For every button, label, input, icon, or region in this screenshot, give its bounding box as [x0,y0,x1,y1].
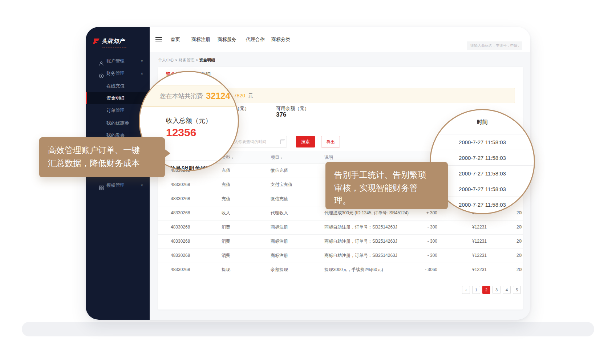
breadcrumb: 个人中心 > 财务管理 > 资金明细 [158,57,215,63]
calendar-icon[interactable] [280,139,285,144]
magnified-income-label: 收入总额（元） [166,116,212,125]
magnified-timestamp: 2000-7-27 11:58:03 [431,134,534,150]
search-button[interactable]: 搜索 [296,136,315,147]
nav-item-trademark-register[interactable]: 商标注册 [191,27,210,52]
sidebar-item-funds-detail[interactable]: 资金明细 [86,92,150,104]
callout-right: 告别手工统计、告别繁琐 审核，实现智能财务管 理。 [325,162,448,209]
magnified-consumption-banner: 您在本站共消费 32124 [139,85,239,107]
magnified-consumption-value: 32124 [206,91,230,101]
top-navbar: 首页 商标注册 商标服务 代理合作 商标分类 [150,27,530,52]
breadcrumb-personal-center[interactable]: 个人中心 [158,58,174,62]
sidebar-item-label: 账户管理 [106,55,125,67]
column-header-project[interactable]: 项目∨ [271,151,283,164]
pagination-page-1[interactable]: 1 [472,286,480,294]
logo-divider [102,47,126,48]
sidebar-item-label: 模板管理 [106,179,125,191]
nav-item-trademark-classes[interactable]: 商标分类 [271,27,290,52]
marketing-stage: 头牌知产 账户管理 ∨ 财务管理 ∧ 在 [0,0,616,364]
sidebar-item-templates[interactable]: 模板管理 ∨ [86,179,150,191]
chevron-down-icon: ∨ [141,179,143,191]
trademark-search-input[interactable] [467,41,522,50]
brand-logo: 头牌知产 [93,38,125,45]
sidebar-item-label: 财务管理 [106,67,125,80]
pagination-page-5[interactable]: 5 [513,286,521,294]
caret-down-icon: ∨ [231,156,234,159]
export-button[interactable]: 导出 [321,136,340,147]
nav-item-home[interactable]: 首页 [171,27,180,52]
consumption-amount: 7820 [234,93,245,98]
chevron-up-icon: ∧ [141,67,143,80]
sidebar-item-account[interactable]: 账户管理 ∨ [86,55,150,67]
available-balance-value: 376 [276,111,286,118]
nav-item-agency[interactable]: 代理合作 [246,27,265,52]
breadcrumb-current: 资金明细 [199,58,215,62]
pagination: ‹ 1 2 3 4 5 [158,286,521,294]
table-row: 48330268消费商标注册商标自助注册，订单号：SB2514263J- 300… [158,248,523,263]
callout-left: 高效管理账户订单、一键 汇总数据，降低财务成本 [39,137,165,177]
template-icon [99,183,104,195]
magnified-income-value: 12356 [166,126,196,139]
brand-flag-icon [93,39,100,44]
nav-item-trademark-services[interactable]: 商标服务 [218,27,236,52]
chevron-down-icon: ∨ [141,55,143,67]
pagination-prev-button[interactable]: ‹ [462,286,470,294]
sidebar-item-finance[interactable]: 财务管理 ∧ [86,67,150,80]
hamburger-icon[interactable] [155,37,162,43]
table-row: 48330268消费商标注册商标自助注册，订单号：SB2514263J- 300… [158,234,523,249]
pagination-page-3[interactable]: 3 [493,286,500,294]
pagination-page-4[interactable]: 4 [503,286,511,294]
sidebar-item-online-recharge[interactable]: 在线充值 [86,80,150,92]
caret-down-icon: ∨ [280,156,283,159]
column-header-desc: 说明 [324,151,333,163]
breadcrumb-finance[interactable]: 财务管理 [179,58,195,62]
table-row: 48330268提现余额提现提现3000元，手续费2%(60元)- 3060¥1… [158,263,523,277]
pagination-page-2[interactable]: 2 [482,286,490,294]
brand-name: 头牌知产 [102,38,125,45]
table-row: 48330268消费商标注册商标自助注册，订单号：SB2514263J- 300… [158,220,523,235]
stat-divider [272,105,272,119]
laptop-base [22,322,594,336]
